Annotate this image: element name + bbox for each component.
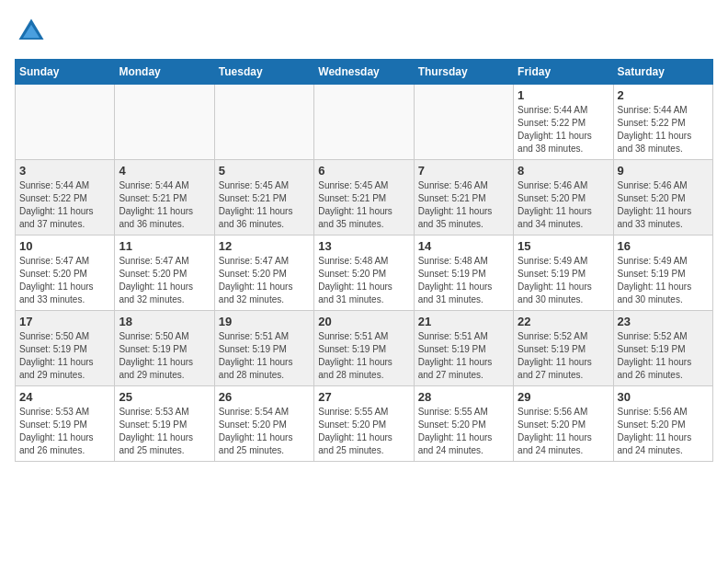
day-number: 5 [219,164,310,178]
calendar-cell: 28Sunrise: 5:55 AM Sunset: 5:20 PM Dayli… [414,386,513,462]
day-number: 16 [618,239,709,253]
calendar-week-row: 24Sunrise: 5:53 AM Sunset: 5:19 PM Dayli… [16,386,713,462]
day-info: Sunrise: 5:44 AM Sunset: 5:22 PM Dayligh… [518,104,609,155]
calendar-cell: 2Sunrise: 5:44 AM Sunset: 5:22 PM Daylig… [613,85,712,160]
weekday-header: Wednesday [314,60,414,85]
day-number: 8 [518,164,609,178]
calendar-week-row: 10Sunrise: 5:47 AM Sunset: 5:20 PM Dayli… [16,236,713,311]
day-info: Sunrise: 5:46 AM Sunset: 5:20 PM Dayligh… [618,179,709,231]
weekday-header: Saturday [613,60,712,85]
day-number: 29 [518,390,609,404]
day-number: 24 [19,390,110,404]
day-info: Sunrise: 5:44 AM Sunset: 5:22 PM Dayligh… [19,179,110,231]
day-info: Sunrise: 5:47 AM Sunset: 5:20 PM Dayligh… [219,255,310,306]
day-number: 20 [318,315,409,328]
day-info: Sunrise: 5:51 AM Sunset: 5:19 PM Dayligh… [418,330,509,382]
calendar-cell: 9Sunrise: 5:46 AM Sunset: 5:20 PM Daylig… [613,160,712,236]
calendar-cell: 3Sunrise: 5:44 AM Sunset: 5:22 PM Daylig… [16,160,115,236]
calendar-cell: 7Sunrise: 5:46 AM Sunset: 5:21 PM Daylig… [414,160,513,236]
day-info: Sunrise: 5:50 AM Sunset: 5:19 PM Dayligh… [19,330,110,382]
day-info: Sunrise: 5:56 AM Sunset: 5:20 PM Dayligh… [518,406,609,457]
calendar-cell: 25Sunrise: 5:53 AM Sunset: 5:19 PM Dayli… [115,386,214,462]
weekday-header: Thursday [414,60,513,85]
calendar-cell [414,85,513,160]
weekday-header: Sunday [16,60,115,85]
calendar-cell: 20Sunrise: 5:51 AM Sunset: 5:19 PM Dayli… [314,311,414,386]
calendar-cell: 27Sunrise: 5:55 AM Sunset: 5:20 PM Dayli… [314,386,414,462]
day-info: Sunrise: 5:44 AM Sunset: 5:22 PM Dayligh… [618,104,709,155]
page-header [15,15,713,48]
day-number: 15 [518,239,609,253]
day-info: Sunrise: 5:48 AM Sunset: 5:19 PM Dayligh… [418,255,509,306]
calendar-cell: 10Sunrise: 5:47 AM Sunset: 5:20 PM Dayli… [16,236,115,311]
day-number: 2 [618,88,709,102]
day-info: Sunrise: 5:56 AM Sunset: 5:20 PM Dayligh… [618,406,709,457]
calendar-cell: 6Sunrise: 5:45 AM Sunset: 5:21 PM Daylig… [314,160,414,236]
day-number: 4 [119,164,210,178]
day-info: Sunrise: 5:49 AM Sunset: 5:19 PM Dayligh… [518,255,609,306]
day-info: Sunrise: 5:45 AM Sunset: 5:21 PM Dayligh… [318,179,409,231]
weekday-header: Monday [115,60,214,85]
calendar-cell: 29Sunrise: 5:56 AM Sunset: 5:20 PM Dayli… [514,386,613,462]
day-info: Sunrise: 5:55 AM Sunset: 5:20 PM Dayligh… [418,406,509,457]
day-number: 22 [518,315,609,328]
day-info: Sunrise: 5:55 AM Sunset: 5:20 PM Dayligh… [318,406,409,457]
day-number: 11 [119,239,210,253]
calendar-cell: 17Sunrise: 5:50 AM Sunset: 5:19 PM Dayli… [16,311,115,386]
weekday-header: Friday [514,60,613,85]
calendar-cell [16,85,115,160]
day-number: 17 [19,315,110,328]
day-number: 10 [19,239,110,253]
day-info: Sunrise: 5:52 AM Sunset: 5:19 PM Dayligh… [518,330,609,382]
calendar-table: SundayMondayTuesdayWednesdayThursdayFrid… [15,59,713,462]
calendar-cell: 11Sunrise: 5:47 AM Sunset: 5:20 PM Dayli… [115,236,214,311]
calendar-cell: 12Sunrise: 5:47 AM Sunset: 5:20 PM Dayli… [214,236,313,311]
day-info: Sunrise: 5:45 AM Sunset: 5:21 PM Dayligh… [219,179,310,231]
logo-icon [15,15,48,48]
day-info: Sunrise: 5:49 AM Sunset: 5:19 PM Dayligh… [618,255,709,306]
day-number: 9 [618,164,709,178]
calendar-week-row: 17Sunrise: 5:50 AM Sunset: 5:19 PM Dayli… [16,311,713,386]
day-info: Sunrise: 5:44 AM Sunset: 5:21 PM Dayligh… [119,179,210,231]
day-number: 1 [518,88,609,102]
calendar-cell: 1Sunrise: 5:44 AM Sunset: 5:22 PM Daylig… [514,85,613,160]
day-number: 14 [418,239,509,253]
calendar-cell [214,85,313,160]
calendar-cell: 23Sunrise: 5:52 AM Sunset: 5:19 PM Dayli… [613,311,712,386]
day-number: 3 [19,164,110,178]
day-info: Sunrise: 5:46 AM Sunset: 5:20 PM Dayligh… [518,179,609,231]
calendar-cell: 15Sunrise: 5:49 AM Sunset: 5:19 PM Dayli… [514,236,613,311]
day-number: 13 [318,239,409,253]
day-number: 23 [618,315,709,328]
weekday-header: Tuesday [214,60,313,85]
day-info: Sunrise: 5:47 AM Sunset: 5:20 PM Dayligh… [19,255,110,306]
calendar-cell: 13Sunrise: 5:48 AM Sunset: 5:20 PM Dayli… [314,236,414,311]
calendar-cell [115,85,214,160]
calendar-cell: 5Sunrise: 5:45 AM Sunset: 5:21 PM Daylig… [214,160,313,236]
day-info: Sunrise: 5:51 AM Sunset: 5:19 PM Dayligh… [219,330,310,382]
day-number: 28 [418,390,509,404]
day-info: Sunrise: 5:52 AM Sunset: 5:19 PM Dayligh… [618,330,709,382]
calendar-cell: 8Sunrise: 5:46 AM Sunset: 5:20 PM Daylig… [514,160,613,236]
calendar-cell: 14Sunrise: 5:48 AM Sunset: 5:19 PM Dayli… [414,236,513,311]
day-info: Sunrise: 5:54 AM Sunset: 5:20 PM Dayligh… [219,406,310,457]
logo [15,15,51,48]
calendar-cell: 22Sunrise: 5:52 AM Sunset: 5:19 PM Dayli… [514,311,613,386]
day-info: Sunrise: 5:47 AM Sunset: 5:20 PM Dayligh… [119,255,210,306]
calendar-cell: 19Sunrise: 5:51 AM Sunset: 5:19 PM Dayli… [214,311,313,386]
calendar-cell: 18Sunrise: 5:50 AM Sunset: 5:19 PM Dayli… [115,311,214,386]
day-number: 25 [119,390,210,404]
day-info: Sunrise: 5:50 AM Sunset: 5:19 PM Dayligh… [119,330,210,382]
day-number: 7 [418,164,509,178]
calendar-cell [314,85,414,160]
calendar-week-row: 3Sunrise: 5:44 AM Sunset: 5:22 PM Daylig… [16,160,713,236]
day-number: 21 [418,315,509,328]
calendar-cell: 30Sunrise: 5:56 AM Sunset: 5:20 PM Dayli… [613,386,712,462]
day-info: Sunrise: 5:48 AM Sunset: 5:20 PM Dayligh… [318,255,409,306]
day-number: 18 [119,315,210,328]
day-number: 12 [219,239,310,253]
day-number: 6 [318,164,409,178]
calendar-week-row: 1Sunrise: 5:44 AM Sunset: 5:22 PM Daylig… [16,85,713,160]
calendar-cell: 26Sunrise: 5:54 AM Sunset: 5:20 PM Dayli… [214,386,313,462]
day-number: 30 [618,390,709,404]
